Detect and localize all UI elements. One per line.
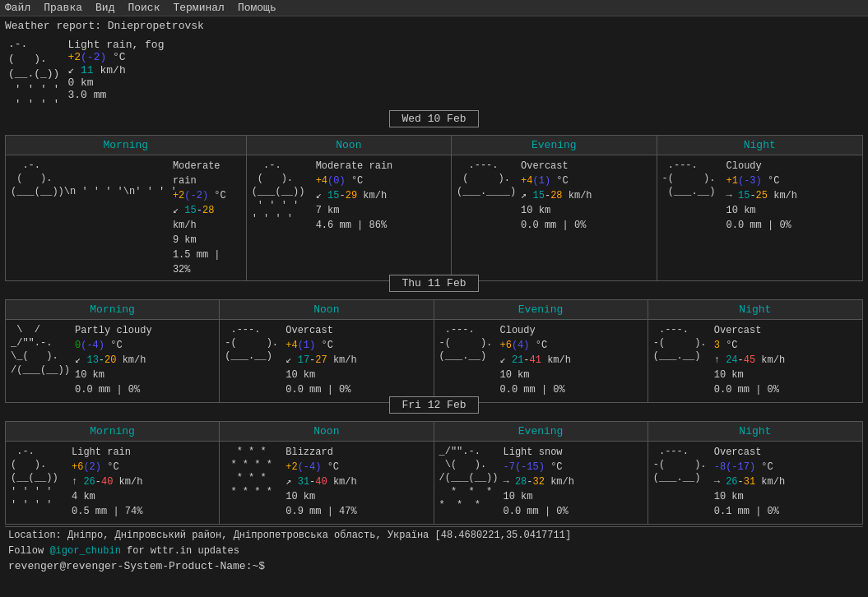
temp-night-1: 3 °C xyxy=(714,338,785,353)
vis-noon-0: 7 km xyxy=(316,203,393,218)
desc-morning-1: Partly cloudy xyxy=(75,323,152,338)
vis-night-2: 10 km xyxy=(714,489,785,504)
ascii-evening-2: _/"".-. \( ). /(___(__)) * * * * * * xyxy=(439,445,499,521)
wind-noon-2: ↗ 31-40 km/h xyxy=(285,474,356,489)
current-rain: 3.0 mm xyxy=(67,89,164,101)
ascii-morning-1: \ / _/"".-. \_( ). /(___(__)) xyxy=(11,323,70,399)
temp-evening-0: +4(1) °C xyxy=(521,174,592,188)
desc-night-1: Overcast xyxy=(714,323,785,338)
wind-morning-0: ↙ 15-28 km/h xyxy=(173,203,241,233)
temp-noon-1: +4(1) °C xyxy=(285,338,356,353)
menu-search[interactable]: Поиск xyxy=(128,2,160,14)
period-header-night-2: Night xyxy=(648,422,862,442)
rain-evening-1: 0.0 mm | 0% xyxy=(500,382,571,397)
menu-file[interactable]: Файл xyxy=(5,2,30,14)
rain-morning-0: 1.5 mm | 32% xyxy=(173,248,241,277)
rain-morning-1: 0.0 mm | 0% xyxy=(75,382,152,397)
vis-evening-1: 10 km xyxy=(500,368,571,382)
temp-night-0: +1(-3) °C xyxy=(726,174,797,188)
day-section-1: Thu 11 Feb Morning Noon Evening Night \ … xyxy=(5,283,863,403)
period-cell-morning-1: \ / _/"".-. \_( ). /(___(__)) Partly clo… xyxy=(6,320,220,402)
period-header-evening-1: Evening xyxy=(434,300,648,320)
temp-evening-2: -7(-15) °C xyxy=(504,460,574,474)
period-cell-noon-2: * * * * * * * * * * * * * * Blizzard +2(… xyxy=(220,442,434,524)
wind-night-0: → 15-25 km/h xyxy=(726,188,797,203)
day-section-0: Wed 10 Feb Morning Noon Evening Night .-… xyxy=(5,118,863,281)
period-cell-evening-1: .---. -( ). (___.__) Cloudy +6(4) °C ↙ 2… xyxy=(434,320,648,402)
period-header-noon-1: Noon xyxy=(220,300,434,320)
menu-view[interactable]: Вид xyxy=(95,2,114,14)
ascii-night-2: .---. -( ). (___.__) xyxy=(653,445,709,521)
temp-evening-1: +6(4) °C xyxy=(500,338,571,353)
ascii-night-0: .---. -( ). (___.__) xyxy=(662,159,722,277)
rain-noon-0: 4.6 mm | 86% xyxy=(316,218,393,233)
ascii-noon-0: .-. ( ). (___(__)) ' ' ' ' ' ' ' ' xyxy=(252,159,311,277)
period-header-night-0: Night xyxy=(657,136,862,155)
ascii-morning-0: .-. ( ). (___(__))\n ' ' ' '\n' ' ' ' xyxy=(11,159,168,277)
wind-morning-2: ↑ 26-40 km/h xyxy=(72,474,142,489)
menu-terminal[interactable]: Терминал xyxy=(173,2,224,14)
wind-night-1: ↑ 24-45 km/h xyxy=(714,353,785,368)
vis-evening-2: 10 km xyxy=(504,489,574,504)
vis-morning-0: 9 km xyxy=(173,233,241,248)
period-cell-noon-0: .-. ( ). (___(__)) ' ' ' ' ' ' ' ' Moder… xyxy=(247,155,452,280)
desc-morning-2: Light rain xyxy=(72,445,142,460)
desc-evening-1: Cloudy xyxy=(500,323,571,338)
menubar: Файл Правка Вид Поиск Терминал Помощь xyxy=(0,0,868,16)
period-cell-evening-0: .---. ( ). (___.____) Overcast +4(1) °C … xyxy=(452,155,657,280)
desc-night-2: Overcast xyxy=(714,445,785,460)
rain-noon-1: 0.0 mm | 0% xyxy=(285,382,356,397)
desc-noon-0: Moderate rain xyxy=(316,159,393,174)
wind-evening-0: ↗ 15-28 km/h xyxy=(521,188,592,203)
vis-morning-1: 10 km xyxy=(75,368,152,382)
ascii-evening-1: .---. -( ). (___.__) xyxy=(439,323,495,399)
ascii-evening-0: .---. ( ). (___.____) xyxy=(457,159,516,277)
period-header-evening-2: Evening xyxy=(434,422,648,442)
period-cell-night-1: .---. -( ). (___.__) Overcast 3 °C ↑ 24-… xyxy=(648,320,862,402)
vis-night-0: 10 km xyxy=(726,203,797,218)
follow-line: Follow @igor_chubin for wttr.in updates xyxy=(5,544,863,558)
day-section-2: Fri 12 Feb Morning Noon Evening Night .-… xyxy=(5,405,863,525)
period-cell-noon-1: .---. -( ). (___.__) Overcast +4(1) °C ↙… xyxy=(220,320,434,402)
rain-night-1: 0.0 mm | 0% xyxy=(714,382,785,397)
period-header-noon-2: Noon xyxy=(220,422,434,442)
location-line: Location: Дніпро, Дніпровський район, Дн… xyxy=(5,526,863,544)
period-header-morning-0: Morning xyxy=(6,136,247,155)
period-header-evening-0: Evening xyxy=(452,136,657,155)
period-header-noon-0: Noon xyxy=(247,136,452,155)
day-label-2: Fri 12 Feb xyxy=(389,396,478,414)
ascii-morning-2: .-. ( ). (__(__)) ' ' ' ' ' ' ' ' xyxy=(11,445,67,521)
current-temp: +2(-2) °C xyxy=(67,51,164,63)
temp-morning-0: +2(-2) °C xyxy=(173,188,241,203)
temp-noon-2: +2(-4) °C xyxy=(285,460,356,474)
rain-evening-2: 0.0 mm | 0% xyxy=(504,504,574,519)
vis-night-1: 10 km xyxy=(714,368,785,382)
menu-edit[interactable]: Правка xyxy=(44,2,82,14)
title-line: Weather report: Dniepropetrovsk xyxy=(5,20,863,32)
current-wind: ↙ 11 km/h xyxy=(67,63,164,76)
rain-night-0: 0.0 mm | 0% xyxy=(726,218,797,233)
current-desc: Light rain, fog xyxy=(67,39,164,51)
period-header-night-1: Night xyxy=(648,300,862,320)
wind-evening-2: → 28-32 km/h xyxy=(504,474,574,489)
follow-link[interactable]: @igor_chubin xyxy=(49,545,120,557)
day-label-0: Wed 10 Feb xyxy=(389,110,478,127)
ascii-noon-2: * * * * * * * * * * * * * * xyxy=(225,445,281,521)
wind-night-2: → 26-31 km/h xyxy=(714,474,785,489)
period-header-morning-2: Morning xyxy=(6,422,220,442)
wind-evening-1: ↙ 21-41 km/h xyxy=(500,353,571,368)
period-cell-night-0: .---. -( ). (___.__) Cloudy +1(-3) °C → … xyxy=(657,155,862,280)
menu-help[interactable]: Помощь xyxy=(238,2,276,14)
wind-morning-1: ↙ 13-20 km/h xyxy=(75,353,152,368)
current-vis: 0 km xyxy=(67,76,164,89)
wind-noon-0: ↙ 15-29 km/h xyxy=(316,188,393,203)
rain-night-2: 0.1 mm | 0% xyxy=(714,504,785,519)
period-cell-night-2: .---. -( ). (___.__) Overcast -8(-17) °C… xyxy=(648,442,862,524)
rain-evening-0: 0.0 mm | 0% xyxy=(521,218,592,233)
desc-noon-1: Overcast xyxy=(285,323,356,338)
ascii-noon-1: .---. -( ). (___.__) xyxy=(225,323,281,399)
vis-noon-2: 10 km xyxy=(285,489,356,504)
period-cell-morning-2: .-. ( ). (__(__)) ' ' ' ' ' ' ' ' Light … xyxy=(6,442,220,524)
desc-noon-2: Blizzard xyxy=(285,445,356,460)
desc-evening-2: Light snow xyxy=(504,445,574,460)
